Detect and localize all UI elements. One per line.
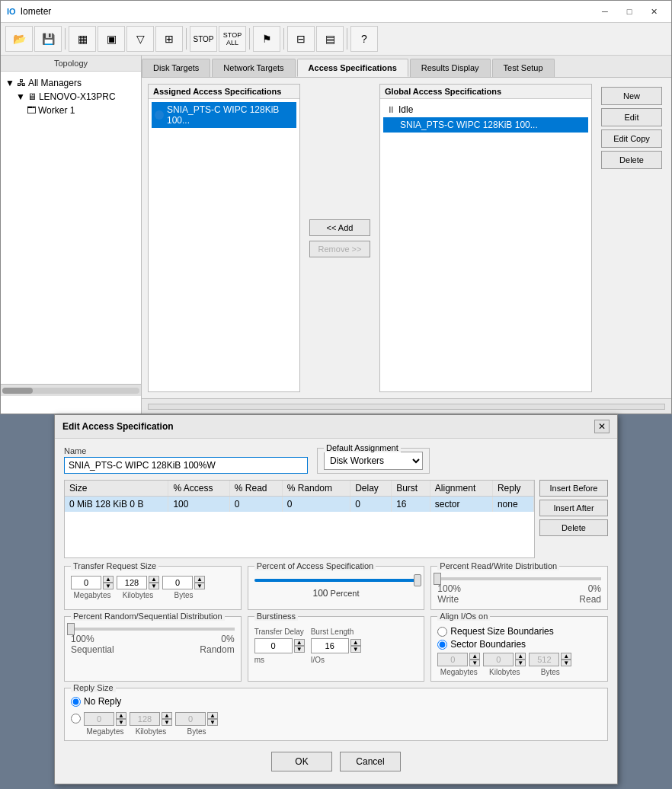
table-row[interactable]: 0 MiB 128 KiB 0 B 100 0 0 0 16 sector no… (65, 497, 534, 513)
align-bytes-input[interactable] (529, 653, 559, 666)
burst-up[interactable]: ▲ (350, 639, 361, 646)
reply-mb-down[interactable]: ▼ (116, 719, 126, 726)
ok-button[interactable]: OK (271, 752, 332, 771)
align-kb-down[interactable]: ▼ (515, 660, 526, 666)
reply-mb-up[interactable]: ▲ (116, 712, 126, 719)
reply-bytes-input[interactable] (175, 712, 206, 726)
assigned-spec-list[interactable]: SNIA_PTS-C WIPC 128KiB 100... (149, 99, 299, 251)
reply-kb-input[interactable] (130, 712, 160, 726)
align-mb-input[interactable] (437, 653, 468, 666)
edit-button[interactable]: Edit (601, 108, 662, 126)
grid-button[interactable]: ⊟ (287, 26, 315, 52)
assigned-spec-item[interactable]: SNIA_PTS-C WIPC 128KiB 100... (152, 102, 296, 128)
random-seq-track[interactable] (71, 628, 235, 631)
tab-access-specifications[interactable]: Access Specifications (297, 59, 408, 77)
percent-access-thumb[interactable] (414, 574, 421, 586)
burst-down[interactable]: ▼ (350, 646, 361, 653)
custom-reply-radio[interactable] (71, 714, 81, 724)
align-bytes-down[interactable]: ▼ (561, 660, 571, 666)
tab-disk-targets[interactable]: Disk Targets (142, 59, 210, 77)
reply-kb-up[interactable]: ▲ (162, 712, 172, 719)
insert-after-button[interactable]: Insert After (539, 500, 608, 516)
request-size-radio[interactable] (437, 627, 447, 637)
bytes-input[interactable] (162, 576, 193, 589)
tab-test-setup[interactable]: Test Setup (492, 59, 555, 77)
default-assignment-select[interactable]: Disk Workers Network Workers All Workers (324, 452, 423, 470)
progress-bar (148, 404, 665, 410)
tree-item-all-managers[interactable]: ▼ 🖧 All Managers (5, 76, 136, 90)
percent-access-track[interactable] (254, 579, 418, 582)
tab-results-display[interactable]: Results Display (410, 59, 491, 77)
scrollbar-thumb[interactable] (2, 388, 33, 394)
topology-scrollbar[interactable] (1, 384, 141, 396)
flag-button[interactable]: ⚑ (253, 26, 280, 52)
rw-track[interactable] (437, 577, 601, 580)
close-button[interactable]: ✕ (642, 4, 665, 19)
grid-delete-button[interactable]: Delete (539, 519, 608, 536)
mb-spinner-group: ▲ ▼ Megabytes (71, 576, 114, 599)
percent-access-section: Percent of Access Specification 100 Perc… (248, 566, 425, 610)
align-mb-down[interactable]: ▼ (469, 660, 480, 666)
global-spec-list[interactable]: ⏸ Idle SNIA_PTS-C WIPC 128KiB 100... (380, 99, 591, 251)
kb-down-arrow[interactable]: ▼ (149, 583, 159, 589)
cell-read: 0 (229, 497, 282, 513)
random-seq-thumb[interactable] (67, 623, 75, 635)
kb-input[interactable] (117, 576, 147, 589)
bytes-spinner-group: ▲ ▼ Bytes (162, 576, 205, 599)
reply-mb-input[interactable] (84, 712, 114, 726)
transfer-delay-input[interactable] (254, 638, 293, 653)
new-button[interactable]: New (601, 87, 662, 105)
remove-button[interactable]: Remove >> (309, 241, 370, 257)
reply-bytes-down[interactable]: ▼ (207, 719, 218, 726)
filter-button[interactable]: ▽ (126, 26, 154, 52)
delay-up[interactable]: ▲ (294, 639, 305, 646)
global-spec-item-snia[interactable]: SNIA_PTS-C WIPC 128KiB 100... (383, 117, 588, 133)
assigned-item-label: SNIA_PTS-C WIPC 128KiB 100... (167, 104, 293, 126)
kb-up-arrow[interactable]: ▲ (149, 576, 159, 583)
delay-down[interactable]: ▼ (294, 646, 305, 653)
align-kb-up[interactable]: ▲ (515, 653, 526, 660)
config2-button[interactable]: ▣ (98, 26, 125, 52)
align-mb-up[interactable]: ▲ (469, 653, 480, 660)
network-button[interactable]: ⊞ (155, 26, 183, 52)
tab-network-targets[interactable]: Network Targets (212, 59, 295, 77)
minimize-button[interactable]: ─ (594, 4, 616, 19)
stop-button[interactable]: STOP (190, 26, 217, 52)
tree-item-lenovo[interactable]: ▼ 🖥 LENOVO-X13PRC (16, 90, 136, 104)
bytes-up-arrow[interactable]: ▲ (194, 576, 205, 583)
add-button[interactable]: << Add (309, 219, 370, 236)
reply-kb-down[interactable]: ▼ (162, 719, 172, 726)
chart-button[interactable]: ▤ (316, 26, 344, 52)
rw-thumb[interactable] (434, 573, 441, 585)
tree-item-worker1[interactable]: 🗔 Worker 1 (27, 104, 136, 117)
align-kb-input[interactable] (483, 653, 514, 666)
dialog-close-button[interactable]: ✕ (594, 420, 610, 433)
mb-input[interactable] (71, 576, 101, 589)
burst-length-input[interactable] (311, 638, 349, 653)
bytes-down-arrow[interactable]: ▼ (194, 583, 205, 589)
cancel-button[interactable]: Cancel (340, 752, 401, 771)
mb-up-arrow[interactable]: ▲ (103, 576, 114, 583)
col-random: % Random (282, 481, 350, 497)
stop-all-button[interactable]: STOP ALL (219, 26, 246, 52)
config1-button[interactable]: ▦ (69, 26, 96, 52)
name-input[interactable] (64, 457, 308, 474)
delete-button[interactable]: Delete (601, 151, 662, 169)
open-button[interactable]: 📂 (5, 26, 33, 52)
reply-bytes-up[interactable]: ▲ (207, 712, 218, 719)
tree-area[interactable]: ▼ 🖧 All Managers ▼ 🖥 LENOVO-X13PRC 🗔 Wor… (1, 72, 141, 384)
mb-down-arrow[interactable]: ▼ (103, 583, 114, 589)
sector-radio[interactable] (437, 640, 447, 650)
save-button[interactable]: 💾 (34, 26, 62, 52)
align-bytes-up[interactable]: ▲ (561, 653, 571, 660)
edit-copy-button[interactable]: Edit Copy (601, 129, 662, 148)
lenovo-label: LENOVO-X13PRC (39, 91, 116, 102)
help-button[interactable]: ? (350, 26, 378, 52)
read-label: 0% Read (579, 583, 601, 605)
insert-before-button[interactable]: Insert Before (539, 480, 608, 497)
burstiness-title: Burstiness (254, 612, 298, 621)
no-reply-radio[interactable] (71, 697, 81, 707)
global-spec-item-idle[interactable]: ⏸ Idle (383, 102, 588, 117)
maximize-button[interactable]: □ (618, 4, 641, 19)
dialog-title: Edit Access Specification (62, 421, 174, 432)
